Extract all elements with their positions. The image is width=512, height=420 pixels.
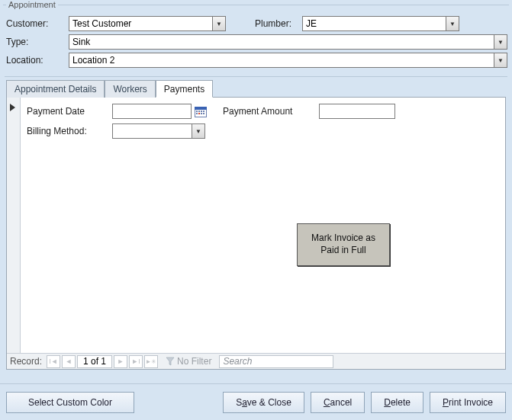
payment-date-input[interactable] [112, 104, 192, 119]
svg-rect-6 [196, 113, 198, 114]
delete-button[interactable]: Delete [371, 392, 423, 413]
header-area: Customer: Test Customer ▼ Plumber: JE ▼ … [5, 15, 507, 70]
type-combo[interactable]: Sink ▼ [69, 34, 507, 50]
svg-rect-4 [201, 111, 202, 112]
save-close-button[interactable]: Save & Close [223, 392, 304, 413]
mark-paid-line2: Paid in Full [320, 245, 365, 255]
no-filter-indicator[interactable]: No Filter [166, 356, 211, 367]
location-combo[interactable]: Location 2 ▼ [69, 53, 507, 68]
tab-payments[interactable]: Payments [156, 80, 213, 98]
nav-next-button[interactable]: ► [114, 355, 127, 368]
payment-amount-label: Payment Amount [223, 106, 319, 117]
record-pointer-icon [10, 104, 15, 111]
svg-rect-7 [198, 113, 200, 114]
chevron-down-icon[interactable]: ▼ [192, 124, 204, 138]
chevron-down-icon[interactable]: ▼ [494, 35, 507, 49]
tabstrip: Appointment Details Workers Payments [6, 79, 506, 98]
customer-label: Customer: [5, 18, 69, 29]
type-value: Sink [69, 37, 494, 47]
mark-paid-button[interactable]: Mark Invoice as Paid in Full [297, 223, 390, 266]
action-bar: Select Custom Color Save & Close Cancel … [0, 383, 512, 420]
nav-position[interactable]: 1 of 1 [77, 355, 112, 368]
tab-appointment-details[interactable]: Appointment Details [6, 80, 105, 98]
nav-first-button[interactable]: I◄ [47, 355, 60, 368]
billing-method-label: Billing Method: [27, 126, 112, 136]
chevron-down-icon[interactable]: ▼ [446, 17, 459, 30]
svg-rect-9 [203, 113, 204, 114]
customer-combo[interactable]: Test Customer ▼ [69, 16, 226, 31]
tab-workers[interactable]: Workers [105, 80, 155, 98]
svg-rect-5 [203, 111, 204, 112]
recordnav-label: Record: [10, 356, 42, 367]
plumber-value: JE [303, 18, 446, 29]
payment-date-label: Payment Date [27, 106, 112, 117]
location-value: Location 2 [69, 55, 494, 66]
nav-new-button[interactable]: ►✳ [144, 355, 158, 368]
billing-method-combo[interactable]: ▼ [112, 123, 205, 139]
svg-rect-2 [196, 111, 198, 112]
divider [5, 76, 507, 77]
appointment-window: Appointment Customer: Test Customer ▼ Pl… [0, 0, 512, 420]
chevron-down-icon[interactable]: ▼ [494, 53, 507, 67]
location-label: Location: [5, 55, 69, 66]
group-title: Appointment [6, 0, 58, 9]
customer-value: Test Customer [69, 18, 212, 29]
nav-last-button[interactable]: ►I [129, 355, 143, 368]
mark-paid-line1: Mark Invoice as [311, 232, 375, 243]
svg-rect-1 [195, 107, 207, 109]
plumber-label: Plumber: [241, 18, 302, 29]
payment-amount-input[interactable] [319, 104, 395, 119]
plumber-combo[interactable]: JE ▼ [302, 16, 459, 31]
tabpage-payments: Payment Date Payment Amount Billin [6, 98, 506, 370]
svg-rect-8 [201, 113, 202, 114]
record-selector[interactable] [7, 98, 21, 369]
search-input[interactable]: Search [219, 355, 333, 368]
type-label: Type: [5, 37, 69, 47]
cancel-button[interactable]: Cancel [311, 392, 365, 413]
calendar-icon[interactable] [194, 104, 208, 118]
print-invoice-button[interactable]: Print Invoice [430, 392, 506, 413]
nav-prev-button[interactable]: ◄ [62, 355, 76, 368]
select-custom-color-button[interactable]: Select Custom Color [6, 392, 134, 413]
record-navigator: Record: I◄ ◄ 1 of 1 ► ►I ►✳ No Filter Se… [7, 353, 505, 369]
chevron-down-icon[interactable]: ▼ [212, 17, 225, 30]
svg-rect-3 [198, 111, 200, 112]
funnel-icon [166, 357, 175, 366]
payment-form: Payment Date Payment Amount Billin [27, 102, 501, 142]
